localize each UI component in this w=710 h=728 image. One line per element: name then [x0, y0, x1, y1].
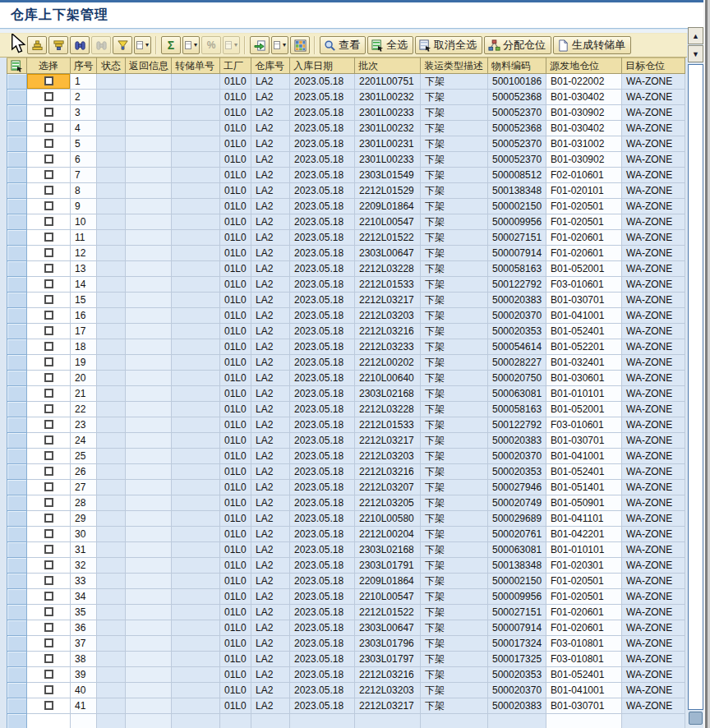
- col-header-batch[interactable]: 批次: [355, 58, 421, 74]
- col-header-return-info[interactable]: 返回信息: [126, 58, 172, 74]
- row-selector[interactable]: [7, 480, 27, 495]
- row-selector[interactable]: [7, 683, 27, 698]
- view-button[interactable]: 查看: [320, 36, 366, 54]
- row-checkbox[interactable]: [44, 592, 53, 601]
- find-button[interactable]: [70, 36, 90, 54]
- row-checkbox[interactable]: [44, 279, 53, 288]
- row-selector[interactable]: [7, 214, 27, 230]
- row-selector[interactable]: [7, 355, 27, 371]
- sort-ascending-button[interactable]: [27, 36, 47, 54]
- filter-dropdown-button[interactable]: ▾: [134, 36, 151, 54]
- row-checkbox[interactable]: [44, 404, 53, 413]
- row-checkbox[interactable]: [44, 170, 53, 179]
- row-checkbox[interactable]: [44, 311, 53, 320]
- row-selector[interactable]: [7, 464, 27, 480]
- row-checkbox[interactable]: [44, 420, 53, 429]
- row-checkbox[interactable]: [44, 295, 53, 304]
- row-checkbox[interactable]: [44, 357, 53, 366]
- row-checkbox[interactable]: [44, 560, 53, 569]
- find-next-button[interactable]: [91, 36, 111, 54]
- row-selector[interactable]: [7, 261, 27, 277]
- row-checkbox[interactable]: [44, 435, 53, 445]
- col-header-receipt-date[interactable]: 入库日期: [290, 58, 355, 74]
- select-all-corner-button[interactable]: [7, 58, 27, 74]
- deselect-all-button[interactable]: 取消全选: [415, 36, 482, 54]
- row-checkbox[interactable]: [44, 217, 53, 226]
- row-checkbox[interactable]: [44, 685, 53, 694]
- row-checkbox[interactable]: [44, 248, 53, 257]
- row-selector[interactable]: [7, 90, 27, 105]
- row-checkbox[interactable]: [44, 482, 53, 491]
- row-checkbox[interactable]: [44, 123, 53, 132]
- assign-bin-button[interactable]: 分配仓位: [484, 36, 551, 54]
- row-checkbox[interactable]: [44, 623, 53, 632]
- col-header-transfer-order-no[interactable]: 转储单号: [172, 58, 220, 74]
- row-checkbox[interactable]: [44, 186, 53, 195]
- row-selector[interactable]: [7, 105, 27, 121]
- filter-button[interactable]: [113, 36, 132, 54]
- row-checkbox[interactable]: [44, 654, 53, 663]
- row-selector[interactable]: [7, 574, 27, 589]
- row-checkbox[interactable]: [44, 154, 53, 164]
- row-selector[interactable]: [7, 152, 27, 168]
- row-checkbox[interactable]: [44, 139, 53, 148]
- scrollbar-bottom-button[interactable]: [689, 712, 703, 725]
- row-selector[interactable]: [7, 74, 27, 90]
- row-selector[interactable]: [7, 714, 27, 728]
- col-header-warehouse[interactable]: 仓库号: [251, 58, 290, 74]
- row-checkbox[interactable]: [44, 233, 53, 242]
- sort-descending-button[interactable]: [48, 36, 68, 54]
- row-selector[interactable]: [7, 667, 27, 683]
- row-checkbox[interactable]: [44, 326, 53, 335]
- row-checkbox[interactable]: [44, 467, 53, 476]
- row-selector[interactable]: [7, 386, 27, 402]
- row-selector[interactable]: [7, 449, 27, 464]
- col-header-shipping-type[interactable]: 装运类型描述: [421, 58, 488, 74]
- row-selector[interactable]: [7, 417, 27, 433]
- row-selector[interactable]: [7, 277, 27, 293]
- row-checkbox[interactable]: [44, 451, 53, 460]
- row-selector[interactable]: [7, 371, 27, 386]
- row-selector[interactable]: [7, 558, 27, 574]
- row-checkbox[interactable]: [44, 701, 53, 710]
- row-selector[interactable]: [7, 542, 27, 558]
- row-checkbox[interactable]: [44, 545, 53, 554]
- grid-view-button[interactable]: [290, 36, 310, 54]
- scroll-down-button[interactable]: ▼: [688, 45, 703, 62]
- row-checkbox[interactable]: [44, 108, 53, 117]
- row-checkbox[interactable]: [44, 389, 53, 398]
- row-checkbox[interactable]: [44, 638, 53, 647]
- row-checkbox[interactable]: [44, 670, 53, 679]
- row-selector[interactable]: [7, 698, 27, 714]
- percentage-dropdown-button[interactable]: ▾: [223, 36, 240, 54]
- row-selector[interactable]: [7, 136, 27, 152]
- row-selector[interactable]: [7, 324, 27, 339]
- row-selector[interactable]: [7, 605, 27, 620]
- row-checkbox[interactable]: [44, 76, 53, 85]
- col-header-target-bin[interactable]: 目标仓位: [622, 58, 685, 74]
- row-selector[interactable]: [7, 293, 27, 308]
- row-checkbox[interactable]: [44, 201, 53, 210]
- sum-button[interactable]: Σ: [161, 36, 181, 54]
- col-header-seq[interactable]: 序号: [71, 58, 97, 74]
- row-selector[interactable]: [7, 199, 27, 214]
- row-selector[interactable]: [7, 636, 27, 652]
- row-checkbox[interactable]: [44, 373, 53, 382]
- col-header-source-bin[interactable]: 源发地仓位: [546, 58, 622, 74]
- row-checkbox[interactable]: [44, 529, 53, 538]
- col-header-material-code[interactable]: 物料编码: [488, 58, 546, 74]
- row-selector[interactable]: [7, 246, 27, 261]
- vertical-scrollbar-thumb[interactable]: [688, 64, 703, 710]
- row-selector[interactable]: [7, 527, 27, 542]
- create-transfer-button[interactable]: 生成转储单: [553, 36, 631, 54]
- row-selector[interactable]: [7, 183, 27, 199]
- export-button[interactable]: [250, 36, 270, 54]
- row-selector[interactable]: [7, 230, 27, 246]
- row-checkbox[interactable]: [44, 264, 53, 273]
- row-selector[interactable]: [7, 339, 27, 355]
- row-selector[interactable]: [7, 495, 27, 511]
- percentage-button[interactable]: %: [201, 36, 221, 54]
- row-checkbox[interactable]: [44, 92, 53, 101]
- row-checkbox[interactable]: [44, 498, 53, 507]
- row-selector[interactable]: [7, 402, 27, 417]
